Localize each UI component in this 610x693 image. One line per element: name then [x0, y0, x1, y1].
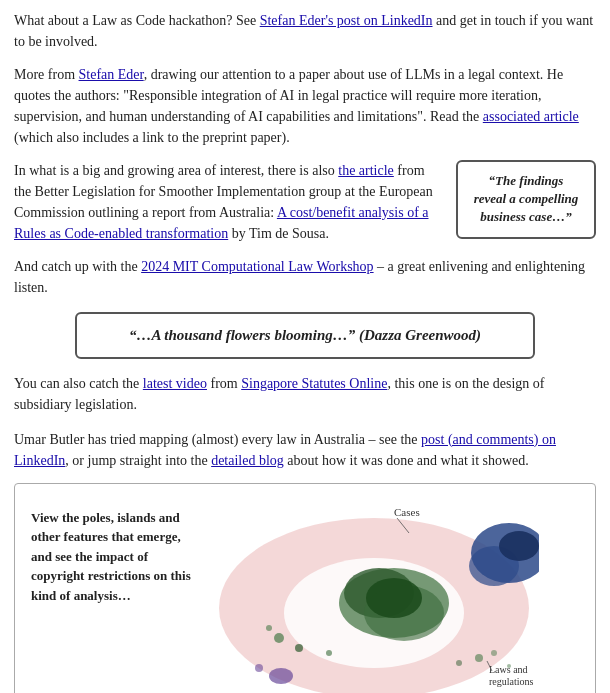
svg-point-19	[255, 664, 263, 672]
quote-center-container: “…A thousand flowers blooming…” (Dazza G…	[14, 312, 596, 359]
regulations-label: regulations	[489, 676, 534, 687]
quote-right-text: “The findings reveal a compelling busine…	[474, 173, 579, 224]
paragraph-4: And catch up with the 2024 MIT Computati…	[14, 256, 596, 298]
laws-label: Laws and	[489, 664, 528, 675]
svg-point-13	[326, 650, 332, 656]
paragraph-3-section: “The findings reveal a compelling busine…	[14, 160, 596, 256]
the-article-link[interactable]: the article	[338, 163, 394, 178]
p5-body-text: from	[207, 376, 241, 391]
quote-box-right: “The findings reveal a compelling busine…	[456, 160, 596, 239]
latest-video-link[interactable]: latest video	[143, 376, 207, 391]
svg-point-5	[499, 531, 539, 561]
mit-workshop-link[interactable]: 2024 MIT Computational Law Workshop	[141, 259, 373, 274]
p6-end-text: about how it was done and what it showed…	[284, 453, 529, 468]
p6-text-start: Umar Butler has tried mapping (almost) e…	[14, 432, 421, 447]
svg-point-15	[491, 650, 497, 656]
map-visual: Cases	[199, 498, 581, 694]
p1-text-before: What about a Law as Code hackathon? See	[14, 13, 260, 28]
paragraph-5: You can also catch the latest video from…	[14, 373, 596, 415]
stefan-eder-linkedin-link[interactable]: Stefan Eder's post on LinkedIn	[260, 13, 433, 28]
singapore-statutes-link[interactable]: Singapore Statutes Online	[241, 376, 387, 391]
p3-text-start: In what is a big and growing area of int…	[14, 163, 338, 178]
p5-text-start: You can also catch the	[14, 376, 143, 391]
stefan-eder-link[interactable]: Stefan Eder	[79, 67, 144, 82]
svg-point-9	[366, 578, 422, 618]
map-box: View the poles, islands and other featur…	[14, 483, 596, 694]
p4-text-start: And catch up with the	[14, 259, 141, 274]
p2-end-text: (which also includes a link to the prepr…	[14, 130, 290, 145]
svg-point-12	[295, 644, 303, 652]
detailed-blog-link[interactable]: detailed blog	[211, 453, 284, 468]
svg-point-18	[269, 668, 293, 684]
quote-box-center: “…A thousand flowers blooming…” (Dazza G…	[75, 312, 535, 359]
p2-text-more: More from	[14, 67, 79, 82]
svg-point-11	[266, 625, 272, 631]
map-svg: Cases	[199, 498, 539, 694]
paragraph-6: Umar Butler has tried mapping (almost) e…	[14, 429, 596, 471]
map-box-text: View the poles, islands and other featur…	[31, 508, 201, 606]
paragraph-2: More from Stefan Eder, drawing our atten…	[14, 64, 596, 148]
paragraph-1: What about a Law as Code hackathon? See …	[14, 10, 596, 52]
p6-mid-text: , or jump straight into the	[65, 453, 211, 468]
associated-article-link[interactable]: associated article	[483, 109, 579, 124]
cases-label: Cases	[394, 506, 420, 518]
svg-point-14	[475, 654, 483, 662]
svg-point-16	[456, 660, 462, 666]
content-area: What about a Law as Code hackathon? See …	[14, 10, 596, 693]
p3-end-text: by Tim de Sousa.	[228, 226, 329, 241]
svg-point-10	[274, 633, 284, 643]
